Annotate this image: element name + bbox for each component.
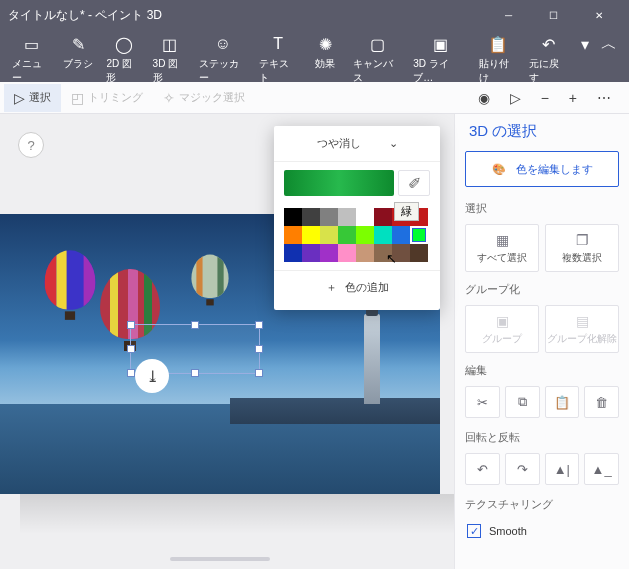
- swatch-2-7[interactable]: [410, 244, 428, 262]
- swatch-2-0[interactable]: [284, 244, 302, 262]
- swatch-2-2[interactable]: [320, 244, 338, 262]
- eyedropper-button[interactable]: ✐: [398, 170, 430, 196]
- rotate-ccw-button[interactable]: ↶: [465, 453, 500, 485]
- zoom-out-button[interactable]: −: [531, 84, 559, 112]
- brush-button[interactable]: ✎ブラシ: [56, 32, 100, 73]
- mixed-reality-button[interactable]: ▷: [500, 84, 531, 112]
- multi-select-label: 複数選択: [562, 251, 602, 265]
- zoom-in-button[interactable]: +: [559, 84, 587, 112]
- canvas-label: キャンバス: [353, 57, 401, 85]
- window-title: タイトルなし* - ペイント 3D: [8, 7, 486, 24]
- smooth-checkbox-row[interactable]: ✓ Smooth: [465, 520, 619, 542]
- maximize-button[interactable]: ☐: [531, 0, 576, 30]
- scroll-indicator[interactable]: [170, 557, 270, 561]
- rotate-cw-button[interactable]: ↷: [505, 453, 540, 485]
- help-button[interactable]: ?: [18, 132, 44, 158]
- rotate-ccw-icon: ↶: [477, 462, 488, 477]
- group-icon: ▣: [496, 313, 509, 329]
- swatch-0-0[interactable]: [284, 208, 302, 226]
- stamp-button[interactable]: ⤓: [135, 359, 169, 393]
- clipboard-icon: 📋: [554, 395, 570, 410]
- swatch-2-4[interactable]: [356, 244, 374, 262]
- swatch-1-1[interactable]: [302, 226, 320, 244]
- sticker-label: ステッカー: [199, 57, 247, 85]
- add-color-label: 色の追加: [345, 280, 389, 295]
- eyedropper-icon: ✐: [408, 174, 421, 193]
- swatch-1-4[interactable]: [356, 226, 374, 244]
- delete-button[interactable]: 🗑: [584, 386, 619, 418]
- swatch-1-5[interactable]: [374, 226, 392, 244]
- edit-colors-button[interactable]: 🎨 色を編集します: [465, 151, 619, 187]
- toolbar: ▷選択 ◰トリミング ✧マジック選択 ◉ ▷ − + ⋯: [0, 82, 629, 114]
- swatch-1-6[interactable]: [392, 226, 410, 244]
- shapes3d-button[interactable]: ◫3D 図形: [147, 32, 193, 87]
- plus-icon: +: [569, 90, 577, 106]
- swatch-0-2[interactable]: [320, 208, 338, 226]
- canvas-button[interactable]: ▢キャンバス: [347, 32, 407, 87]
- flip-v-button[interactable]: ▲_: [584, 453, 619, 485]
- side-title: 3D の選択: [465, 114, 619, 151]
- swatch-0-4[interactable]: [356, 208, 374, 226]
- minimize-button[interactable]: ─: [486, 0, 531, 30]
- magic-icon: ✧: [163, 90, 175, 106]
- swatch-1-2[interactable]: [320, 226, 338, 244]
- effects-button[interactable]: ✺効果: [303, 32, 347, 73]
- shapes2d-label: 2D 図形: [106, 57, 140, 85]
- collapse-button[interactable]: ︿: [596, 32, 623, 56]
- close-button[interactable]: ✕: [576, 0, 621, 30]
- swatch-0-1[interactable]: [302, 208, 320, 226]
- edit-section-label: 編集: [465, 363, 619, 378]
- trash-icon: 🗑: [595, 395, 608, 410]
- add-color-button[interactable]: ＋ 色の追加: [274, 270, 440, 304]
- copy-button[interactable]: ⧉: [505, 386, 540, 418]
- select-label: 選択: [29, 90, 51, 105]
- crop-tool[interactable]: ◰トリミング: [61, 84, 153, 112]
- magic-select-tool[interactable]: ✧マジック選択: [153, 84, 255, 112]
- more-button[interactable]: ▾: [574, 32, 596, 56]
- ungroup-label: グループ化解除: [547, 332, 617, 346]
- finish-dropdown[interactable]: つや消し ⌄: [274, 126, 440, 162]
- pointer-icon: ▷: [14, 90, 25, 106]
- overflow-button[interactable]: ⋯: [587, 84, 621, 112]
- swatch-1-0[interactable]: [284, 226, 302, 244]
- swatch-2-5[interactable]: [374, 244, 392, 262]
- multi-select-button[interactable]: ❐複数選択: [545, 224, 619, 272]
- select-all-button[interactable]: ▦すべて選択: [465, 224, 539, 272]
- pier: [230, 398, 440, 424]
- flag-icon: ▷: [510, 90, 521, 106]
- lib3d-button[interactable]: ▣3D ライブ…: [407, 32, 472, 87]
- canvas-icon: ▢: [370, 34, 385, 54]
- paste-button-side[interactable]: 📋: [545, 386, 580, 418]
- lib3d-icon: ▣: [433, 34, 448, 54]
- flip-h-button[interactable]: ▲|: [545, 453, 580, 485]
- view3d-button[interactable]: ◉: [468, 84, 500, 112]
- text-icon: T: [273, 34, 283, 54]
- menu-button[interactable]: ▭メニュー: [6, 32, 56, 87]
- finish-label: つや消し: [317, 136, 361, 151]
- swatch-0-3[interactable]: [338, 208, 356, 226]
- swatch-2-1[interactable]: [302, 244, 320, 262]
- swatch-0-5[interactable]: [374, 208, 392, 226]
- chevron-up-icon: ︿: [601, 34, 617, 54]
- text-button[interactable]: Tテキスト: [253, 32, 303, 87]
- color-tooltip: 緑: [394, 202, 419, 221]
- eye-icon: ◉: [478, 90, 490, 106]
- caret-down-icon: ▾: [581, 34, 589, 54]
- sticker-button[interactable]: ☺ステッカー: [193, 32, 253, 87]
- shapes2d-button[interactable]: ◯2D 図形: [100, 32, 146, 87]
- paste-icon: 📋: [488, 34, 508, 54]
- magic-label: マジック選択: [179, 90, 245, 105]
- cut-button[interactable]: ✂: [465, 386, 500, 418]
- swatch-1-7[interactable]: [410, 226, 428, 244]
- undo-button[interactable]: ↶元に戻す: [523, 32, 573, 87]
- swatch-2-3[interactable]: [338, 244, 356, 262]
- texture-section-label: テクスチャリング: [465, 497, 619, 512]
- current-color-swatch[interactable]: [284, 170, 394, 196]
- paste-button[interactable]: 📋貼り付け: [473, 32, 523, 87]
- swatch-2-6[interactable]: [392, 244, 410, 262]
- select-tool[interactable]: ▷選択: [4, 84, 61, 112]
- group-label: グループ: [482, 332, 522, 346]
- side-panel: 3D の選択 🎨 色を編集します 選択 ▦すべて選択 ❐複数選択 グループ化 ▣…: [454, 114, 629, 569]
- swatch-1-3[interactable]: [338, 226, 356, 244]
- group-section-label: グループ化: [465, 282, 619, 297]
